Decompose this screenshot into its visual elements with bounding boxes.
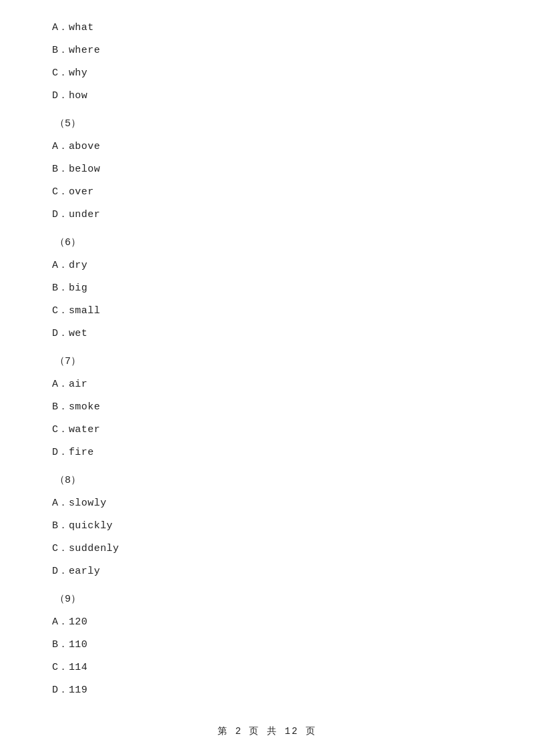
option-c-114: C．114: [52, 660, 482, 676]
page-footer: 第 2 页 共 12 页: [0, 725, 534, 737]
option-a-what: A．what: [52, 20, 482, 36]
option-c-water: C．water: [52, 422, 482, 438]
section-number-6: （6）: [52, 235, 482, 251]
option-a-120: A．120: [52, 614, 482, 630]
option-a-above: A．above: [52, 139, 482, 155]
section-number-8: （8）: [52, 473, 482, 489]
option-d-early: D．early: [52, 564, 482, 580]
option-b-110: B．110: [52, 637, 482, 653]
option-d-under: D．under: [52, 207, 482, 223]
section-number-7: （7）: [52, 354, 482, 370]
option-c-why: C．why: [52, 65, 482, 81]
option-b-smoke: B．smoke: [52, 399, 482, 415]
section-9: （9） A．120 B．110 C．114 D．119: [52, 592, 482, 699]
section-7: （7） A．air B．smoke C．water D．fire: [52, 354, 482, 461]
option-b-where: B．where: [52, 43, 482, 59]
option-a-slowly: A．slowly: [52, 496, 482, 512]
option-d-how: D．how: [52, 88, 482, 104]
section-8: （8） A．slowly B．quickly C．suddenly D．earl…: [52, 473, 482, 580]
option-b-big: B．big: [52, 280, 482, 297]
section-0: A．what B．where C．why D．how: [52, 20, 482, 104]
section-6: （6） A．dry B．big C．small D．wet: [52, 235, 482, 342]
option-a-air: A．air: [52, 377, 482, 393]
section-number-9: （9）: [52, 592, 482, 608]
option-d-119: D．119: [52, 683, 482, 699]
section-number-5: （5）: [52, 116, 482, 132]
option-c-over: C．over: [52, 184, 482, 200]
option-d-wet: D．wet: [52, 326, 482, 342]
main-content: A．what B．where C．why D．how （5） A．above B…: [0, 0, 534, 745]
option-a-dry: A．dry: [52, 258, 482, 274]
option-b-quickly: B．quickly: [52, 518, 482, 534]
option-d-fire: D．fire: [52, 445, 482, 461]
option-c-small: C．small: [52, 303, 482, 319]
section-5: （5） A．above B．below C．over D．under: [52, 116, 482, 223]
option-b-below: B．below: [52, 162, 482, 178]
option-c-suddenly: C．suddenly: [52, 541, 482, 557]
